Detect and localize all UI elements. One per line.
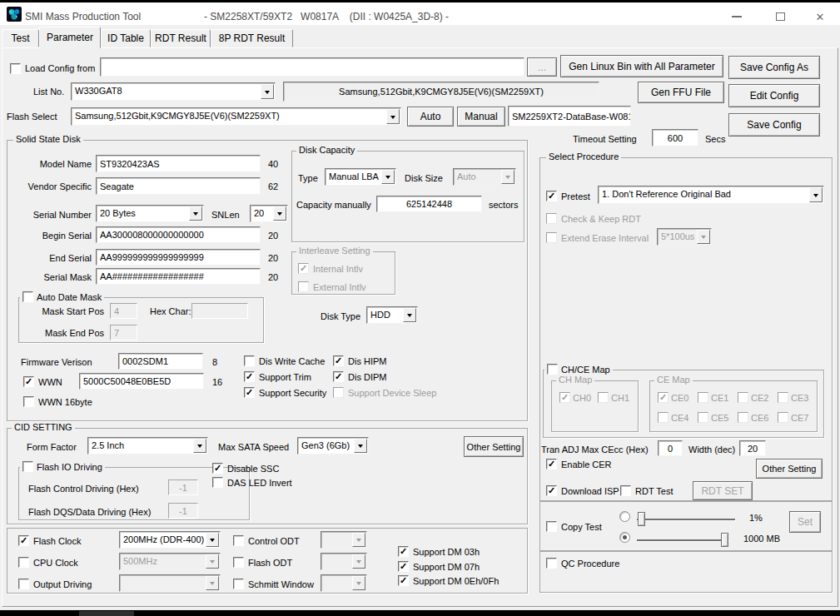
flash-io-checkbox[interactable]	[22, 461, 33, 472]
disable-ssc-label[interactable]: Disable SSC	[227, 464, 279, 474]
dis-hipm-label[interactable]: Dis HIPM	[348, 356, 386, 367]
flash-clock-label[interactable]: Flash Clock	[33, 536, 81, 547]
chevron-down-icon[interactable]	[403, 308, 416, 322]
copy-percent-radio[interactable]	[619, 511, 630, 522]
max-sata-select[interactable]: Gen3 (6Gb)	[297, 437, 369, 455]
save-config-button[interactable]: Save Config	[728, 113, 820, 137]
capacity-field[interactable]	[376, 196, 482, 212]
auto-date-mask-checkbox[interactable]	[22, 291, 33, 302]
output-driving-label[interactable]: Output Driving	[33, 579, 92, 590]
snlen-select[interactable]: 20	[250, 205, 288, 222]
disk-type-select[interactable]: HDD	[366, 306, 418, 324]
enable-cer-label[interactable]: Enable CER	[561, 460, 612, 470]
pretest-checkbox[interactable]	[546, 191, 557, 201]
form-factor-select[interactable]: 2.5 Inch	[87, 437, 208, 455]
load-config-label[interactable]: Load Config from	[25, 63, 95, 74]
browse-button[interactable]: ...	[527, 57, 557, 77]
support-dm07-checkbox[interactable]	[398, 561, 409, 572]
pretest-select[interactable]: 1. Don't Reference Original Bad	[598, 186, 824, 204]
dis-hipm-checkbox[interactable]	[333, 355, 344, 366]
close-button[interactable]	[808, 7, 833, 26]
load-config-path-field[interactable]	[100, 57, 524, 77]
chevron-down-icon[interactable]	[381, 170, 395, 184]
support-dm07-label[interactable]: Support DM 07h	[413, 562, 480, 573]
edit-config-button[interactable]: Edit Config	[728, 84, 820, 107]
copy-size-slider-thumb[interactable]	[721, 533, 728, 547]
copy-size-slider-track[interactable]	[637, 539, 728, 541]
wwn16-label[interactable]: WWN 16byte	[38, 397, 92, 408]
save-config-as-button[interactable]: Save Config As	[728, 56, 820, 79]
control-odt-checkbox[interactable]	[233, 535, 244, 546]
copy-test-checkbox[interactable]	[546, 521, 557, 532]
flash-io-legend[interactable]: Flash IO Driving	[20, 461, 105, 472]
flash-odt-label[interactable]: Flash ODT	[248, 558, 292, 569]
das-led-invert-label[interactable]: DAS LED Invert	[227, 478, 292, 489]
copy-percent-slider-track[interactable]	[637, 519, 735, 520]
das-led-invert-checkbox[interactable]	[212, 477, 223, 488]
support-dm03-checkbox[interactable]	[398, 546, 409, 557]
gen-linux-bin-button[interactable]: Gen Linux Bin with All Parameter	[560, 55, 723, 77]
dis-write-cache-label[interactable]: Dis Write Cache	[259, 356, 325, 367]
procedure-other-setting-button[interactable]: Other Setting	[756, 459, 823, 479]
chevron-down-icon[interactable]	[206, 533, 219, 547]
download-isp-checkbox[interactable]	[546, 485, 557, 496]
chevron-down-icon[interactable]	[386, 109, 400, 124]
support-security-checkbox[interactable]	[244, 387, 255, 398]
cpu-clock-label[interactable]: CPU Clock	[33, 558, 78, 569]
dis-dipm-label[interactable]: Dis DIPM	[348, 372, 386, 383]
schmitt-window-label[interactable]: Schmitt Window	[248, 579, 314, 590]
dis-write-cache-checkbox[interactable]	[244, 355, 255, 366]
support-security-label[interactable]: Support Security	[259, 388, 326, 399]
wwn-label[interactable]: WWN	[38, 377, 62, 388]
auto-date-mask-legend[interactable]: Auto Date Mask	[20, 291, 104, 302]
auto-button[interactable]: Auto	[407, 107, 454, 127]
capacity-type-select[interactable]: Manual LBA	[325, 168, 396, 186]
chevron-down-icon[interactable]	[809, 187, 823, 202]
tab-8p-rdt-result[interactable]: 8P RDT Result	[211, 29, 293, 47]
flash-select-combo[interactable]: Samsung,512Gbit,K9CMGY8J5E(V6)(SM2259XT)	[71, 107, 401, 126]
wwn-field[interactable]	[79, 373, 204, 390]
serial-mask-field[interactable]	[96, 268, 261, 285]
flash-clock-checkbox[interactable]	[18, 535, 29, 546]
wwn16-checkbox[interactable]	[23, 396, 34, 407]
control-odt-label[interactable]: Control ODT	[248, 536, 300, 547]
end-serial-field[interactable]	[96, 249, 261, 266]
download-isp-label[interactable]: Download ISP	[561, 486, 619, 497]
copy-size-radio[interactable]	[619, 532, 630, 543]
qc-procedure-checkbox[interactable]	[546, 558, 557, 569]
rdt-test-label[interactable]: RDT Test	[635, 486, 673, 497]
chevron-down-icon[interactable]	[193, 439, 206, 453]
cpu-clock-checkbox[interactable]	[18, 557, 29, 568]
chevron-down-icon[interactable]	[261, 84, 274, 99]
list-no-select[interactable]: W330GAT8	[71, 82, 276, 101]
dis-dipm-checkbox[interactable]	[333, 371, 344, 382]
flash-odt-checkbox[interactable]	[233, 557, 244, 568]
chce-map-legend[interactable]: CH/CE Map	[544, 364, 613, 375]
chce-map-checkbox[interactable]	[547, 364, 558, 375]
flash-clock-select[interactable]: 200MHz (DDR-400)	[119, 531, 221, 549]
maximize-button[interactable]	[768, 7, 793, 26]
support-trim-label[interactable]: Support Trim	[259, 372, 311, 383]
qc-procedure-label[interactable]: QC Procedure	[561, 559, 619, 569]
schmitt-window-checkbox[interactable]	[233, 579, 244, 589]
model-name-field[interactable]	[96, 155, 261, 172]
support-dm0e-checkbox[interactable]	[398, 575, 409, 586]
cid-other-setting-button[interactable]: Other Setting	[464, 436, 524, 457]
disable-ssc-checkbox[interactable]	[212, 463, 223, 474]
chevron-down-icon[interactable]	[189, 206, 202, 221]
timeout-field[interactable]	[652, 129, 698, 147]
vendor-field[interactable]	[96, 177, 261, 195]
rdt-test-checkbox[interactable]	[620, 485, 631, 496]
gen-ffu-button[interactable]: Gen FFU File	[638, 82, 724, 103]
wwn-checkbox[interactable]	[23, 376, 34, 387]
support-trim-checkbox[interactable]	[244, 371, 255, 382]
enable-cer-checkbox[interactable]	[546, 459, 557, 469]
copy-percent-slider-thumb[interactable]	[638, 512, 645, 526]
manual-button[interactable]: Manual	[457, 107, 505, 127]
firmware-field[interactable]	[118, 353, 203, 370]
minimize-button[interactable]	[724, 7, 749, 26]
copy-test-label[interactable]: Copy Test	[561, 522, 602, 533]
output-driving-checkbox[interactable]	[18, 579, 29, 589]
width-dec-field[interactable]	[739, 440, 766, 456]
support-dm03-label[interactable]: Support DM 03h	[413, 547, 480, 558]
